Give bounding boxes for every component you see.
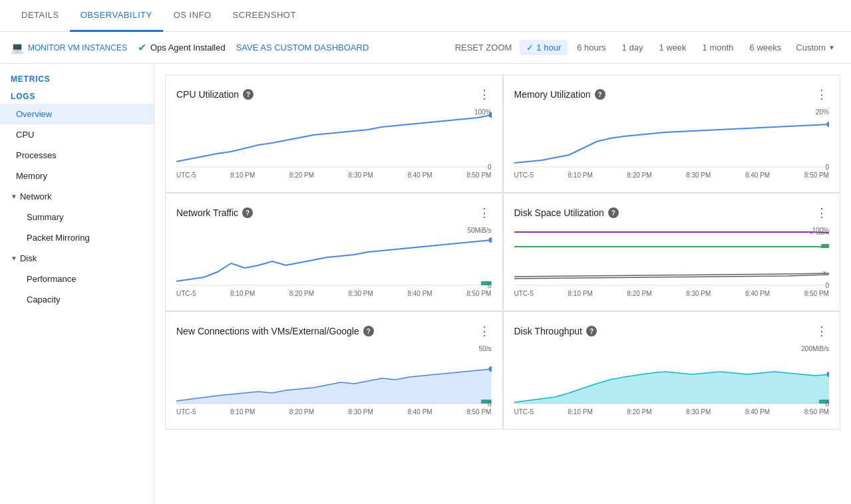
chart-area-cpu: 100% 0 UTC-5 8:10 PM 8:20 PM 8:30 PM 8:4… (176, 108, 492, 182)
chart-svg-network (176, 227, 492, 287)
chart-disk-space: Disk Space Utilization ? ⋮ 100% 0 ✕ (503, 193, 841, 311)
sidebar-group-disk[interactable]: ▼ Disk (0, 248, 154, 269)
more-menu-network[interactable]: ⋮ (477, 204, 492, 221)
main-layout: METRICS LOGS Overview CPU Processes Memo… (0, 64, 851, 504)
y-max-disk-space: 100% (812, 227, 829, 234)
y-min-cpu: 0 (488, 164, 492, 171)
chart-area-throughput: 200MiB/s 0 UTC-5 8:10 PM 8:20 PM 8:30 PM (514, 345, 830, 418)
chart-title-memory: Memory Utilization ? (514, 89, 605, 100)
more-menu-cpu[interactable]: ⋮ (477, 86, 492, 103)
sidebar-sub-summary[interactable]: Summary (0, 207, 154, 227)
chevron-down-icon: ▼ (828, 44, 835, 51)
svg-marker-17 (176, 369, 492, 404)
sidebar-sub-capacity[interactable]: Capacity (0, 289, 154, 310)
more-menu-connections[interactable]: ⋮ (477, 322, 492, 340)
chart-area-memory: 20% 0 UTC-5 8:10 PM 8:20 PM 8:30 PM 8:40… (514, 108, 830, 182)
chart-header-connections: New Connections with VMs/External/Google… (176, 322, 492, 340)
help-icon-cpu[interactable]: ? (243, 89, 254, 100)
sidebar-group-network[interactable]: ▼ Network (0, 186, 154, 207)
tab-screenshot[interactable]: SCREENSHOT (222, 0, 307, 32)
help-icon-throughput[interactable]: ? (586, 326, 597, 336)
chart-area-disk-space: 100% 0 ✕ 100% (514, 227, 830, 300)
help-icon-memory[interactable]: ? (595, 89, 605, 100)
chart-title-network: Network Traffic ? (176, 207, 253, 218)
y-min-network: 0 (488, 282, 492, 289)
x-labels-memory: UTC-5 8:10 PM 8:20 PM 8:30 PM 8:40 PM 8:… (514, 172, 830, 179)
tab-os-info[interactable]: OS INFO (163, 0, 222, 32)
chart-svg-throughput (514, 345, 830, 405)
charts-grid: CPU Utilization ? ⋮ 100% 0 UTC-5 (165, 74, 840, 430)
y-max-cpu: 100% (474, 108, 492, 116)
time-1hour[interactable]: ✓ 1 hour (520, 40, 568, 55)
sidebar-item-cpu[interactable]: CPU (0, 124, 154, 145)
y-max-network: 50MiB/s (467, 227, 491, 234)
time-1month[interactable]: 1 month (696, 40, 741, 55)
sidebar-item-memory[interactable]: Memory (0, 166, 154, 186)
sidebar-sub-packet-mirroring[interactable]: Packet Mirroring (0, 227, 154, 248)
chart-svg-memory (514, 108, 830, 168)
chart-header-throughput: Disk Throughput ? ⋮ (514, 322, 830, 340)
help-icon-disk-space[interactable]: ? (608, 207, 619, 218)
disk-label: Disk (20, 253, 37, 263)
chart-title-throughput: Disk Throughput ? (514, 326, 597, 336)
more-menu-memory[interactable]: ⋮ (814, 86, 829, 103)
toolbar: 💻 MONITOR VM INSTANCES ✔ Ops Agent Insta… (0, 32, 851, 64)
chart-header-network: Network Traffic ? ⋮ (176, 204, 492, 221)
check-circle-icon: ✔ (138, 41, 146, 54)
svg-rect-14 (821, 244, 829, 248)
ops-agent-label: Ops Agent Installed (150, 43, 226, 53)
reset-zoom-button[interactable]: RESET ZOOM (455, 43, 512, 53)
y-min-connections: 0 (488, 400, 492, 408)
chart-disk-throughput: Disk Throughput ? ⋮ 200MiB/s 0 (503, 311, 841, 430)
chart-header-disk-space: Disk Space Utilization ? ⋮ (514, 204, 830, 221)
custom-time-button[interactable]: Custom ▼ (790, 40, 840, 55)
chart-header-memory: Memory Utilization ? ⋮ (514, 86, 830, 103)
tab-details[interactable]: DETAILS (11, 0, 70, 32)
sidebar-item-processes[interactable]: Processes (0, 145, 154, 166)
y-min-memory: 0 (825, 164, 829, 171)
chevron-network-icon: ▼ (11, 193, 17, 200)
monitor-icon: 💻 (11, 41, 24, 54)
time-1day[interactable]: 1 day (615, 40, 650, 55)
x-labels-disk-space: UTC-5 8:10 PM 8:20 PM 8:30 PM 8:40 PM 8:… (514, 290, 830, 297)
network-label: Network (20, 191, 52, 201)
save-dashboard-link[interactable]: SAVE AS CUSTOM DASHBOARD (236, 43, 369, 53)
tab-observability[interactable]: OBSERVABILITY (70, 0, 163, 32)
more-menu-throughput[interactable]: ⋮ (814, 322, 829, 340)
y-min-throughput: 0 (825, 400, 829, 408)
content-area: CPU Utilization ? ⋮ 100% 0 UTC-5 (154, 64, 851, 504)
sidebar: METRICS LOGS Overview CPU Processes Memo… (0, 64, 154, 504)
help-icon-network[interactable]: ? (242, 207, 253, 218)
svg-point-3 (826, 122, 829, 127)
sidebar-sub-performance[interactable]: Performance (0, 269, 154, 289)
monitor-label: MONITOR VM INSTANCES (28, 43, 127, 53)
time-range-buttons: ✓ 1 hour 6 hours 1 day 1 week 1 month 6 … (520, 40, 840, 55)
chart-header-cpu: CPU Utilization ? ⋮ (176, 86, 492, 103)
chart-svg-cpu (176, 108, 492, 168)
chart-svg-connections (176, 345, 492, 405)
y-min-disk-space: 0 (825, 282, 829, 289)
x-labels-cpu: UTC-5 8:10 PM 8:20 PM 8:30 PM 8:40 PM 8:… (176, 172, 492, 179)
sidebar-item-overview[interactable]: Overview (0, 104, 154, 124)
chart-new-connections: New Connections with VMs/External/Google… (165, 311, 503, 430)
chart-title-cpu: CPU Utilization ? (176, 89, 254, 100)
time-6hours[interactable]: 6 hours (570, 40, 612, 55)
chevron-disk-icon: ▼ (11, 255, 17, 262)
sidebar-section-logs[interactable]: LOGS (0, 86, 154, 104)
chart-area-connections: 50/s 0 UTC-5 8:10 PM 8:20 PM 8:30 PM (176, 345, 492, 418)
x-labels-throughput: UTC-5 8:10 PM 8:20 PM 8:30 PM 8:40 PM 8:… (514, 408, 830, 416)
chart-title-connections: New Connections with VMs/External/Google… (176, 326, 374, 336)
chart-area-network: 50MiB/s 0 UTC-5 8:10 PM 8:20 PM 8:30 PM … (176, 227, 492, 300)
help-icon-connections[interactable]: ? (363, 326, 374, 336)
x-labels-network: UTC-5 8:10 PM 8:20 PM 8:30 PM 8:40 PM 8:… (176, 290, 492, 297)
svg-point-5 (488, 237, 491, 243)
time-6weeks[interactable]: 6 weeks (743, 40, 788, 55)
chart-memory-util: Memory Utilization ? ⋮ 20% 0 UTC-5 (503, 74, 841, 193)
top-tab-bar: DETAILS OBSERVABILITY OS INFO SCREENSHOT (0, 0, 851, 32)
more-menu-disk-space[interactable]: ⋮ (814, 204, 829, 221)
toolbar-right: RESET ZOOM ✓ 1 hour 6 hours 1 day 1 week… (455, 40, 840, 55)
time-1week[interactable]: 1 week (652, 40, 693, 55)
chart-title-disk-space: Disk Space Utilization ? (514, 207, 619, 218)
monitor-instances-link[interactable]: 💻 MONITOR VM INSTANCES (11, 41, 127, 54)
sidebar-section-metrics[interactable]: METRICS (0, 69, 154, 86)
